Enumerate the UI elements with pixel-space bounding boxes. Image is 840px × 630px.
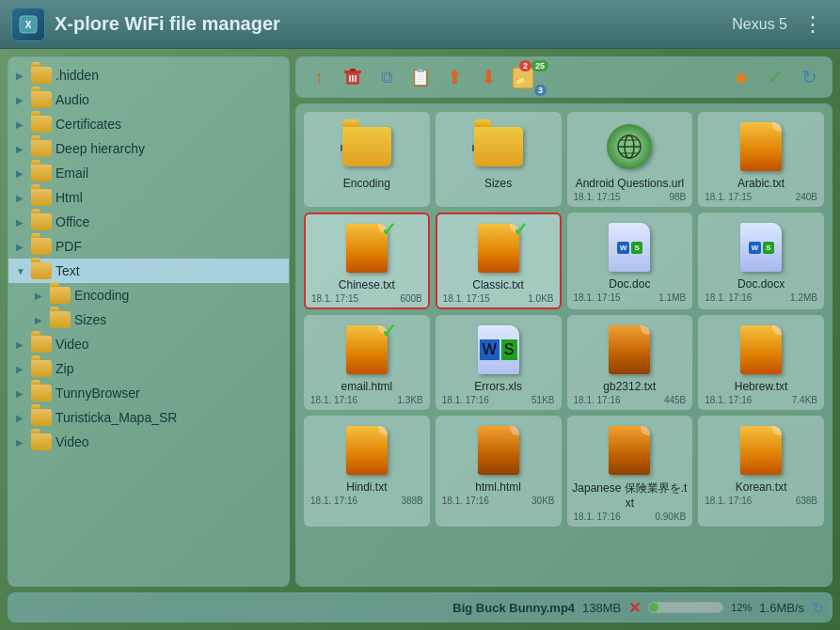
sidebar-item-label: Html: [55, 190, 83, 205]
chevron-icon: ▶: [16, 144, 27, 154]
list-item[interactable]: Hebrew.txt 18.1. 17:167.4KB: [698, 315, 824, 410]
chevron-icon: ▼: [16, 266, 27, 276]
sidebar-item-audio[interactable]: ▶ Audio: [8, 87, 289, 112]
file-icon-area: [603, 323, 656, 376]
sidebar-item-deep[interactable]: ▶ Deep hierarchy: [8, 136, 289, 161]
file-meta: 18.1. 17:167.4KB: [703, 395, 819, 405]
menu-button[interactable]: ⋮: [797, 8, 829, 40]
title-right: Nexus 5 ⋮: [732, 8, 829, 40]
folder-icon: [342, 127, 391, 166]
sidebar-item-video2[interactable]: ▶ Video: [8, 430, 289, 454]
file-name: Classic.txt: [472, 278, 524, 291]
orange-button[interactable]: ●: [726, 62, 756, 92]
file-count-badge: 📁 2 25 3: [511, 62, 545, 92]
title-bar: X X-plore WiFi file manager Nexus 5 ⋮: [0, 0, 840, 49]
list-item[interactable]: Arabic.txt 18.1. 17:15240B: [698, 112, 824, 207]
list-item[interactable]: ✓ email.html 18.1. 17:161.3KB: [304, 315, 430, 410]
file-meta: 18.1. 17:160.90KB: [572, 512, 689, 522]
device-name: Nexus 5: [732, 16, 787, 33]
file-icon-area: [735, 120, 787, 173]
sidebar-item-label: Office: [55, 214, 89, 229]
sidebar-item-certificates[interactable]: ▶ Certificates: [8, 112, 289, 136]
selected-count-badge: 2: [519, 60, 531, 71]
paste-button[interactable]: 📋: [405, 62, 436, 92]
file-icon-area: W S: [603, 221, 656, 274]
refresh-transfer-button[interactable]: ↻: [812, 599, 824, 617]
cancel-transfer-button[interactable]: ✕: [628, 599, 641, 617]
list-item[interactable]: ▶ Sizes: [436, 112, 562, 207]
check-button[interactable]: ✓: [760, 62, 790, 92]
file-name: html.html: [475, 480, 521, 494]
file-meta: 18.1. 17:161.3KB: [309, 395, 425, 405]
transfer-filename: Big Buck Bunny.mp4: [452, 601, 575, 615]
up-button[interactable]: ↑: [304, 62, 334, 92]
chevron-icon: ▶: [16, 388, 27, 399]
list-item[interactable]: gb2312.txt 18.1. 17:16445B: [567, 315, 693, 410]
list-item[interactable]: Hindi.txt 18.1. 17:16388B: [304, 416, 430, 527]
sidebar-item-turisticka[interactable]: ▶ Turisticka_Mapa_SR: [8, 405, 289, 430]
transfer-percent: 12%: [731, 602, 752, 613]
chevron-icon: ▶: [16, 242, 27, 252]
list-item[interactable]: ✓ Classic.txt 18.1. 17:151.0KB: [436, 213, 562, 309]
file-icon-area: [735, 424, 787, 477]
list-item[interactable]: W S Doc.docx 18.1. 17:161.2MB: [698, 213, 824, 309]
app-icon: X: [11, 8, 45, 41]
list-item[interactable]: W S Errors.xls 18.1. 17:1651KB: [436, 315, 562, 410]
list-item[interactable]: ▶ Encoding: [304, 112, 430, 207]
sidebar-item-text[interactable]: ▼ Text: [8, 259, 289, 283]
left-panel: ▶ .hidden ▶ Audio ▶ Certificates ▶ Deep …: [8, 56, 290, 587]
sidebar-item-label: Audio: [55, 92, 89, 107]
chevron-icon: ▶: [16, 217, 27, 228]
progress-bar: [648, 602, 723, 613]
download-button[interactable]: ⬇: [473, 62, 503, 92]
chevron-icon: ▶: [35, 315, 46, 325]
sidebar-item-tunnybrowser[interactable]: ▶ TunnyBrowser: [8, 381, 289, 405]
sidebar-item-video[interactable]: ▶ Video: [8, 332, 289, 356]
sidebar-item-hidden[interactable]: ▶ .hidden: [8, 63, 289, 87]
chevron-icon: ▶: [16, 71, 27, 81]
list-item[interactable]: ✓ Chinese.txt 18.1. 17:15600B: [304, 213, 430, 309]
chevron-icon: ▶: [16, 193, 27, 203]
delete-button[interactable]: [338, 62, 368, 92]
chevron-icon: ▶: [16, 339, 27, 350]
sidebar-item-encoding[interactable]: ▶ Encoding: [8, 283, 289, 307]
file-meta: 18.1. 17:1651KB: [440, 395, 557, 405]
sidebar-item-zip[interactable]: ▶ Zip: [8, 356, 289, 381]
file-grid-container: ▶ Encoding ▶ Sizes: [295, 103, 832, 587]
list-item[interactable]: Japanese 保険業界を.txt 18.1. 17:160.90KB: [567, 416, 693, 527]
file-name: Japanese 保険業界を.txt: [572, 480, 689, 510]
folder-icon: [31, 189, 52, 206]
file-meta: 18.1. 17:16388B: [309, 496, 425, 506]
file-icon-area: [341, 424, 393, 477]
sidebar-item-email[interactable]: ▶ Email: [8, 161, 289, 185]
list-item[interactable]: Android Questions.url 18.1. 17:1598B: [567, 112, 693, 207]
file-meta: 18.1. 17:15600B: [309, 293, 424, 304]
total-count-badge: 25: [531, 60, 548, 71]
sidebar-item-label: Deep hierarchy: [55, 141, 145, 156]
folder-icon: [31, 116, 52, 133]
file-icon-area: ✓: [341, 222, 393, 275]
folder-icon: [31, 67, 52, 84]
queue-count-badge: 3: [534, 85, 547, 96]
file-name: Android Questions.url: [576, 177, 684, 190]
sidebar-item-pdf[interactable]: ▶ PDF: [8, 234, 289, 259]
file-icon-area: ✓: [341, 323, 393, 376]
sidebar-item-label: TunnyBrowser: [55, 386, 140, 401]
list-item[interactable]: Korean.txt 18.1. 17:16638B: [698, 416, 824, 527]
sidebar-item-label: Turisticka_Mapa_SR: [55, 410, 177, 425]
list-item[interactable]: html.html 18.1. 17:1630KB: [436, 416, 562, 527]
chevron-icon: ▶: [16, 364, 27, 374]
sidebar-item-office[interactable]: ▶ Office: [8, 210, 289, 234]
list-item[interactable]: W S Doc.doc 18.1. 17:151.1MB: [567, 213, 693, 309]
refresh-button[interactable]: ↻: [794, 62, 824, 92]
file-meta: 18.1. 17:1630KB: [440, 496, 557, 506]
sidebar-item-sizes[interactable]: ▶ Sizes: [8, 307, 289, 332]
txt-icon: [740, 122, 782, 171]
sidebar-item-html[interactable]: ▶ Html: [8, 185, 289, 210]
checkmark-icon: ✓: [381, 320, 397, 342]
copy-button[interactable]: ⧉: [372, 62, 402, 92]
file-icon-area: [603, 120, 656, 173]
sidebar-item-label: Video: [55, 337, 89, 352]
folder-icon: [31, 91, 52, 108]
upload-button[interactable]: ⬆: [439, 62, 469, 92]
